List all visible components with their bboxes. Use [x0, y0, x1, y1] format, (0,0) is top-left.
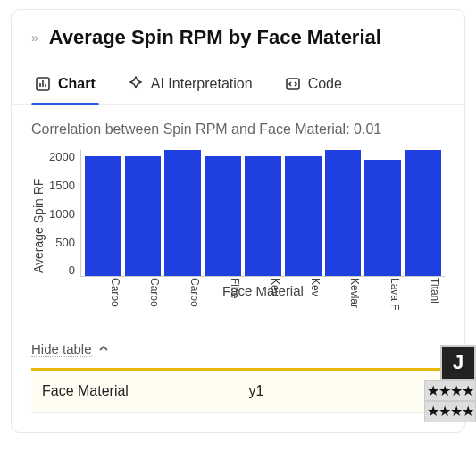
tab-ai-interpretation[interactable]: AI Interpretation [124, 65, 256, 104]
bar [405, 150, 441, 276]
card-title: Average Spin RPM by Face Material [49, 26, 381, 49]
hide-table-toggle[interactable]: Hide table [12, 309, 464, 364]
rating-widget[interactable]: J ★★★★ ★★★★ [424, 345, 476, 422]
chart-body: Average Spin RF 2000 1500 1000 500 0 Car… [31, 150, 445, 302]
tab-code[interactable]: Code [281, 65, 346, 104]
x-tick: Carbo [125, 278, 162, 311]
x-tick: Lava F [364, 278, 401, 311]
sparkle-icon [128, 76, 144, 92]
rating-badge[interactable]: J [440, 345, 476, 380]
x-tick: Kev [245, 278, 281, 311]
table-header-cell: Face Material [31, 371, 238, 412]
bars-container [81, 150, 445, 276]
x-tick: Kevlar [325, 278, 362, 311]
y-tick: 500 [49, 236, 75, 249]
bar [285, 156, 322, 276]
hide-table-label: Hide table [31, 341, 92, 357]
y-tick: 1000 [49, 207, 75, 221]
x-axis-ticks: CarboCarboCarboFibeKevKevKevlarLava FTit… [81, 276, 445, 311]
bar-chart-icon [35, 76, 51, 92]
chevron-up-icon [97, 342, 110, 357]
tab-chart[interactable]: Chart [31, 65, 99, 104]
x-tick: Carbo [164, 278, 201, 311]
tab-bar: Chart AI Interpretation Code [12, 65, 464, 105]
plot-region: CarboCarboCarboFibeKevKevKevlarLava FTit… [80, 150, 445, 277]
y-tick: 0 [49, 263, 75, 277]
data-table: Face Material y1 [31, 368, 445, 413]
bar [164, 150, 201, 276]
tab-code-label: Code [308, 76, 342, 92]
star-row[interactable]: ★★★★ [424, 380, 476, 402]
x-tick: Carbo [85, 278, 121, 311]
tab-chart-label: Chart [58, 76, 96, 92]
y-tick: 1500 [49, 179, 75, 192]
chart-area: Correlation between Spin RPM and Face Ma… [12, 105, 464, 309]
x-tick: Kev [285, 278, 322, 311]
chart-card: » Average Spin RPM by Face Material Char… [11, 9, 465, 433]
bar [245, 156, 281, 276]
bar [85, 156, 121, 276]
bar [364, 160, 401, 276]
bar [125, 156, 162, 276]
table-header-row: Face Material y1 [31, 371, 445, 413]
x-tick: Titani [405, 278, 441, 311]
code-icon [285, 76, 301, 92]
bar [325, 150, 362, 276]
y-axis-label: Average Spin RF [31, 150, 46, 302]
star-row[interactable]: ★★★★ [424, 401, 476, 422]
y-tick: 2000 [49, 150, 75, 163]
y-axis-ticks: 2000 1500 1000 500 0 [46, 150, 80, 302]
collapse-icon[interactable]: » [31, 30, 35, 45]
chart-subtitle: Correlation between Spin RPM and Face Ma… [31, 120, 445, 139]
table-header-cell: y1 [238, 371, 446, 412]
x-tick: Fibe [205, 278, 241, 311]
tab-ai-label: AI Interpretation [151, 76, 253, 92]
bar [205, 156, 241, 276]
card-header: » Average Spin RPM by Face Material [12, 10, 464, 65]
